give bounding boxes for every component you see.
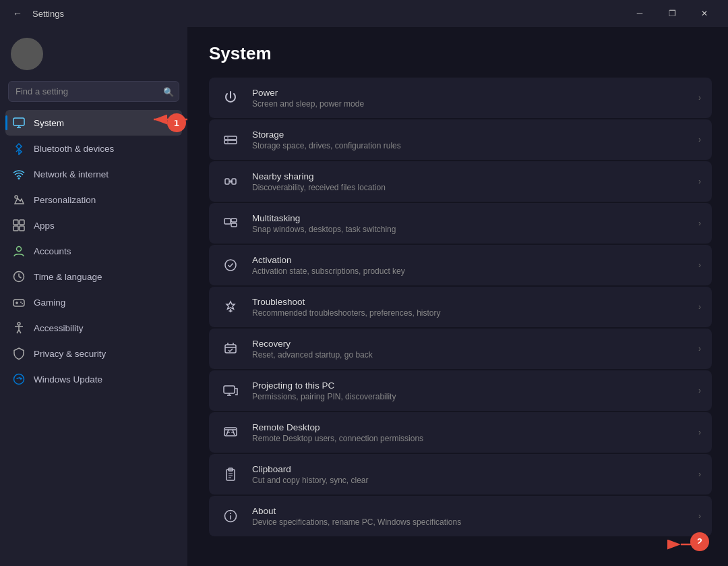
storage-title: Storage [252,130,688,140]
personalization-icon [12,193,26,206]
sidebar-item-accessibility-label: Accessibility [34,323,84,333]
search-box: 🔍 [8,81,179,102]
troubleshoot-icon [220,296,241,318]
avatar [11,38,43,70]
power-chevron: › [698,93,701,103]
sidebar: 🔍 System 1 [0,27,187,566]
nearby-title: Nearby sharing [252,171,688,181]
activation-chevron: › [698,260,701,270]
power-title: Power [252,88,688,98]
about-icon [220,505,241,527]
multitasking-icon [220,213,241,234]
main-content: System Power Screen and sleep, power mod… [187,27,728,566]
settings-item-activation[interactable]: Activation Activation state, subscriptio… [209,245,712,285]
settings-item-power[interactable]: Power Screen and sleep, power mode › [209,78,712,118]
activation-desc: Activation state, subscriptions, product… [252,266,688,276]
activation-icon [220,254,241,276]
settings-item-clipboard[interactable]: Clipboard Cut and copy history, sync, cl… [209,454,712,494]
sidebar-item-accounts[interactable]: Accounts [5,238,182,264]
storage-desc: Storage space, drives, configuration rul… [252,141,688,150]
settings-item-multitasking[interactable]: Multitasking Snap windows, desktops, tas… [209,203,712,244]
settings-item-nearby[interactable]: Nearby sharing Discoverability, received… [209,161,712,202]
sidebar-item-network-label: Network & internet [34,169,109,179]
svg-point-21 [18,322,20,325]
restore-button[interactable]: ❐ [657,3,688,24]
svg-rect-33 [224,219,231,224]
sidebar-item-bluetooth[interactable]: Bluetooth & devices [5,136,182,161]
projecting-title: Projecting to this PC [252,380,688,391]
multitasking-desc: Snap windows, desktops, task switching [252,225,688,234]
sidebar-item-update-label: Windows Update [34,374,102,385]
sidebar-item-accessibility[interactable]: Accessibility [5,315,182,341]
sidebar-item-apps[interactable]: Apps [5,213,182,238]
close-button[interactable]: ✕ [689,3,720,24]
sidebar-item-network[interactable]: Network & internet [5,161,182,187]
sidebar-item-apps-label: Apps [34,221,55,231]
recovery-title: Recovery [252,339,688,349]
svg-rect-40 [224,386,235,393]
sidebar-item-gaming[interactable]: Gaming [5,289,182,315]
sidebar-item-time-label: Time & language [34,272,102,282]
power-icon [220,87,241,109]
svg-line-24 [17,330,19,333]
svg-line-25 [19,330,21,333]
svg-rect-27 [224,136,237,140]
sidebar-item-update[interactable]: Windows Update [5,366,182,392]
badge-1: 1 [167,113,186,132]
settings-list: Power Screen and sleep, power mode › Sto [209,78,712,536]
power-desc: Screen and sleep, power mode [252,99,688,109]
remote-text: Remote Desktop Remote Desktop users, con… [252,422,688,443]
multitasking-title: Multitasking [252,213,688,223]
search-input[interactable] [8,81,179,102]
sidebar-item-privacy[interactable]: Privacy & security [5,341,182,366]
projecting-chevron: › [698,386,701,395]
settings-item-remote[interactable]: Remote Desktop Remote Desktop users, con… [209,412,712,453]
svg-point-20 [22,303,23,304]
time-icon [12,270,26,283]
settings-item-recovery[interactable]: Recovery Reset, advanced startup, go bac… [209,329,712,369]
svg-rect-10 [13,226,18,231]
remote-chevron: › [698,428,701,437]
search-icon: 🔍 [163,86,174,96]
svg-rect-8 [13,220,18,225]
window-title: Settings [32,9,64,19]
activation-title: Activation [252,255,688,265]
window-controls: ─ ❐ ✕ [624,3,720,24]
settings-item-troubleshoot[interactable]: Troubleshoot Recommended troubleshooters… [209,287,712,327]
profile-area [0,27,187,78]
nearby-desc: Discoverability, received files location [252,183,688,192]
svg-rect-28 [224,140,237,144]
clipboard-chevron: › [698,470,701,479]
svg-rect-35 [231,223,237,227]
clipboard-icon [220,463,241,485]
settings-item-projecting[interactable]: Projecting to this PC Permissions, pairi… [209,370,712,411]
sidebar-item-system[interactable]: System 1 [5,110,182,136]
minimize-button[interactable]: ─ [624,3,655,24]
svg-point-53 [230,513,231,514]
svg-point-36 [225,260,236,271]
svg-point-19 [20,302,22,303]
nearby-icon [220,171,241,192]
activation-text: Activation Activation state, subscriptio… [252,255,688,276]
network-icon [12,167,26,181]
clipboard-desc: Cut and copy history, sync, clear [252,476,688,485]
svg-point-7 [15,196,18,198]
about-chevron: › [698,511,701,521]
back-button[interactable]: ← [8,4,27,23]
about-text: About Device specifications, rename PC, … [252,506,688,527]
settings-item-storage[interactable]: Storage Storage space, drives, configura… [209,119,712,160]
storage-text: Storage Storage space, drives, configura… [252,130,688,150]
about-title: About [252,506,688,516]
titlebar-left: ← Settings [8,4,64,23]
about-desc: Device specifications, rename PC, Window… [252,517,688,527]
multitasking-chevron: › [698,219,701,228]
nearby-text: Nearby sharing Discoverability, received… [252,171,688,192]
settings-item-about[interactable]: About Device specifications, rename PC, … [209,496,712,536]
svg-rect-39 [225,345,236,353]
remote-desc: Remote Desktop users, connection permiss… [252,434,688,443]
accounts-icon [12,244,26,258]
sidebar-item-personalization[interactable]: Personalization [5,187,182,213]
nearby-chevron: › [698,177,701,186]
sidebar-item-time[interactable]: Time & language [5,264,182,289]
recovery-text: Recovery Reset, advanced startup, go bac… [252,339,688,360]
